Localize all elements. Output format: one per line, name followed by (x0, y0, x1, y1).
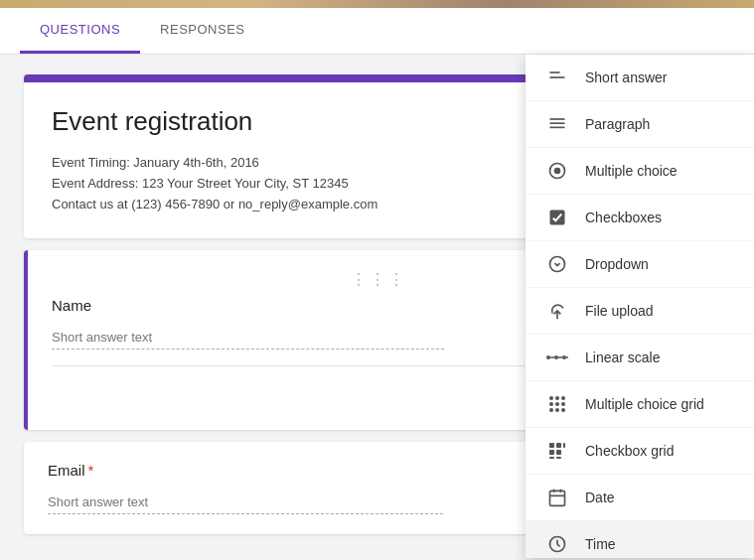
paragraph-icon (545, 112, 569, 136)
question-input-name[interactable] (52, 326, 444, 350)
dropdown-item-file-upload[interactable]: File upload (526, 288, 754, 335)
dropdown-item-checkbox-grid[interactable]: Checkbox grid (526, 428, 754, 475)
svg-rect-29 (556, 450, 561, 455)
dropdown-item-dropdown[interactable]: Dropdown (526, 241, 754, 288)
svg-point-24 (561, 408, 565, 412)
svg-rect-31 (556, 457, 561, 459)
short-answer-icon (545, 66, 569, 89)
time-icon (545, 532, 569, 556)
tab-questions[interactable]: QUESTIONS (20, 8, 140, 54)
tabs-bar: QUESTIONS RESPONSES (0, 8, 754, 55)
dropdown-label-dropdown: Dropdown (585, 256, 649, 272)
svg-rect-28 (549, 450, 554, 455)
dropdown-label-multiple-choice: Multiple choice (585, 163, 678, 179)
svg-point-10 (546, 355, 550, 359)
dropdown-label-file-upload: File upload (585, 303, 654, 319)
checkbox-grid-icon (545, 439, 569, 463)
dropdown-label-checkbox-grid: Checkbox grid (585, 443, 675, 459)
dropdown-label-paragraph: Paragraph (585, 116, 650, 132)
svg-rect-32 (550, 490, 565, 505)
svg-point-14 (562, 355, 566, 359)
svg-point-19 (549, 402, 553, 406)
dropdown-label-linear-scale: Linear scale (585, 350, 661, 365)
dropdown-label-date: Date (585, 490, 615, 505)
date-icon (545, 486, 569, 509)
svg-rect-26 (556, 443, 561, 448)
dropdown-item-multiple-choice-grid[interactable]: Multiple choice grid (526, 381, 754, 428)
question-input-email[interactable] (48, 490, 443, 514)
dropdown-item-short-answer[interactable]: Short answer (526, 55, 754, 101)
main-content: Event registration Event Timing: January… (0, 55, 754, 558)
svg-point-7 (554, 168, 561, 175)
svg-point-12 (554, 355, 558, 359)
dropdown-label-short-answer: Short answer (585, 70, 667, 85)
svg-point-23 (555, 408, 559, 412)
dropdown-icon (545, 252, 569, 276)
dropdown-item-paragraph[interactable]: Paragraph (526, 101, 754, 148)
svg-point-20 (555, 402, 559, 406)
dropdown-item-time[interactable]: Time (526, 521, 754, 558)
required-marker: * (88, 462, 94, 479)
question-type-dropdown: Short answer Paragraph Multiple choic (526, 55, 754, 558)
multiple-choice-grid-icon (545, 392, 569, 416)
dropdown-item-multiple-choice[interactable]: Multiple choice (526, 148, 754, 195)
checkboxes-icon (545, 206, 569, 229)
dropdown-item-linear-scale[interactable]: Linear scale (526, 335, 754, 381)
linear-scale-icon (545, 346, 569, 369)
svg-point-22 (549, 408, 553, 412)
svg-point-16 (549, 396, 553, 400)
dropdown-label-multiple-choice-grid: Multiple choice grid (585, 396, 704, 412)
svg-point-21 (561, 402, 565, 406)
dropdown-label-checkboxes: Checkboxes (585, 210, 662, 225)
svg-rect-27 (563, 443, 565, 448)
svg-point-18 (561, 396, 565, 400)
svg-rect-30 (549, 457, 554, 459)
dropdown-item-date[interactable]: Date (526, 475, 754, 521)
svg-rect-25 (549, 443, 554, 448)
file-upload-icon (545, 299, 569, 323)
header-image-bar (0, 0, 754, 8)
tab-responses[interactable]: RESPONSES (140, 8, 264, 54)
multiple-choice-icon (545, 159, 569, 183)
svg-point-9 (550, 257, 565, 272)
dropdown-item-checkboxes[interactable]: Checkboxes (526, 195, 754, 241)
svg-point-17 (555, 396, 559, 400)
dropdown-label-time: Time (585, 536, 616, 552)
